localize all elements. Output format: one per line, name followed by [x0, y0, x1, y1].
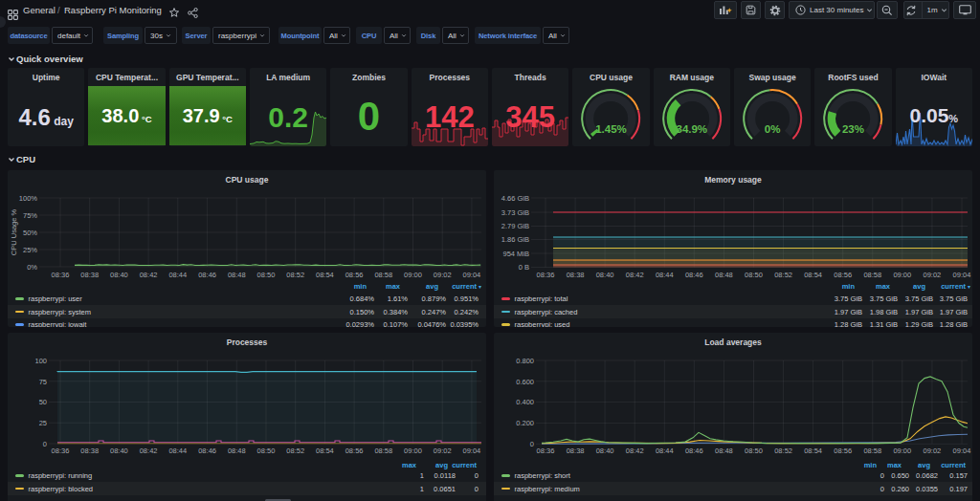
svg-text:08:58: 08:58 — [374, 271, 392, 279]
svg-text:0.800: 0.800 — [516, 357, 534, 365]
svg-text:09:00: 09:00 — [893, 447, 911, 455]
svg-text:08:50: 08:50 — [745, 271, 763, 279]
svg-text:08:50: 08:50 — [257, 447, 276, 455]
svg-text:08:48: 08:48 — [715, 271, 733, 279]
svg-text:08:54: 08:54 — [316, 447, 334, 455]
svg-text:09:04: 09:04 — [463, 447, 481, 455]
svg-text:954 MiB: 954 MiB — [502, 250, 529, 258]
svg-text:08:52: 08:52 — [774, 271, 792, 279]
svg-text:08:46: 08:46 — [685, 447, 703, 455]
svg-text:08:36: 08:36 — [537, 271, 555, 279]
svg-text:08:48: 08:48 — [715, 447, 733, 455]
svg-text:75%: 75% — [23, 211, 37, 220]
svg-text:08:54: 08:54 — [804, 447, 822, 455]
svg-text:08:50: 08:50 — [257, 271, 276, 279]
svg-text:08:58: 08:58 — [863, 271, 881, 279]
svg-text:08:42: 08:42 — [626, 447, 644, 455]
svg-text:50: 50 — [39, 398, 47, 406]
svg-text:08:42: 08:42 — [140, 447, 158, 455]
svg-text:100%: 100% — [19, 194, 38, 203]
svg-text:0: 0 — [530, 440, 534, 448]
svg-text:09:04: 09:04 — [953, 271, 971, 279]
svg-text:08:40: 08:40 — [596, 447, 614, 455]
svg-text:08:36: 08:36 — [52, 447, 70, 455]
svg-text:09:04: 09:04 — [463, 271, 481, 279]
svg-text:08:44: 08:44 — [656, 447, 674, 455]
svg-text:08:58: 08:58 — [374, 447, 392, 455]
svg-text:08:42: 08:42 — [626, 271, 644, 279]
svg-text:08:52: 08:52 — [774, 447, 792, 455]
svg-text:08:56: 08:56 — [345, 271, 364, 279]
svg-text:08:40: 08:40 — [110, 271, 128, 279]
svg-text:08:40: 08:40 — [110, 447, 128, 455]
svg-text:75: 75 — [39, 378, 47, 386]
svg-text:0.600: 0.600 — [516, 378, 534, 386]
svg-text:CPU Usage %: CPU Usage % — [10, 208, 18, 255]
svg-text:08:38: 08:38 — [567, 447, 585, 455]
svg-text:0: 0 — [43, 440, 47, 448]
svg-text:100: 100 — [34, 357, 47, 365]
svg-text:08:56: 08:56 — [834, 447, 852, 455]
svg-text:08:52: 08:52 — [286, 271, 304, 279]
svg-text:3.73 GiB: 3.73 GiB — [501, 208, 529, 217]
svg-text:08:44: 08:44 — [656, 271, 674, 279]
svg-text:0.400: 0.400 — [516, 398, 534, 406]
svg-text:4.66 GiB: 4.66 GiB — [501, 194, 529, 203]
svg-text:08:42: 08:42 — [140, 271, 158, 279]
svg-text:09:02: 09:02 — [434, 271, 452, 279]
svg-text:08:36: 08:36 — [537, 447, 555, 455]
svg-text:0%: 0% — [27, 263, 37, 272]
svg-text:08:38: 08:38 — [567, 271, 585, 279]
svg-text:08:54: 08:54 — [316, 271, 334, 279]
svg-text:09:02: 09:02 — [924, 447, 942, 455]
svg-text:0.200: 0.200 — [516, 419, 534, 427]
svg-text:08:56: 08:56 — [834, 271, 852, 279]
svg-text:08:38: 08:38 — [80, 271, 99, 279]
svg-text:08:56: 08:56 — [345, 447, 364, 455]
svg-text:0 B: 0 B — [519, 263, 529, 272]
svg-text:08:38: 08:38 — [80, 447, 99, 455]
svg-text:08:54: 08:54 — [804, 271, 822, 279]
svg-text:25: 25 — [39, 419, 47, 427]
svg-text:08:36: 08:36 — [52, 271, 70, 279]
svg-text:08:40: 08:40 — [596, 271, 614, 279]
svg-text:08:48: 08:48 — [228, 447, 246, 455]
svg-text:08:46: 08:46 — [198, 447, 216, 455]
svg-text:09:02: 09:02 — [924, 271, 942, 279]
svg-text:08:48: 08:48 — [228, 271, 246, 279]
svg-text:08:46: 08:46 — [685, 271, 703, 279]
svg-text:08:44: 08:44 — [168, 271, 187, 279]
svg-text:08:46: 08:46 — [198, 271, 216, 279]
svg-text:1.86 GiB: 1.86 GiB — [501, 235, 529, 244]
svg-text:08:44: 08:44 — [168, 447, 187, 455]
svg-text:09:00: 09:00 — [893, 271, 911, 279]
svg-text:25%: 25% — [23, 246, 37, 254]
svg-text:09:04: 09:04 — [953, 447, 971, 455]
svg-text:09:00: 09:00 — [404, 447, 422, 455]
svg-text:08:58: 08:58 — [863, 447, 881, 455]
svg-text:09:00: 09:00 — [404, 271, 422, 279]
svg-text:09:02: 09:02 — [434, 447, 452, 455]
svg-text:08:50: 08:50 — [745, 447, 763, 455]
svg-text:2.79 GiB: 2.79 GiB — [501, 222, 529, 230]
svg-text:08:52: 08:52 — [286, 447, 304, 455]
svg-text:50%: 50% — [23, 229, 37, 237]
